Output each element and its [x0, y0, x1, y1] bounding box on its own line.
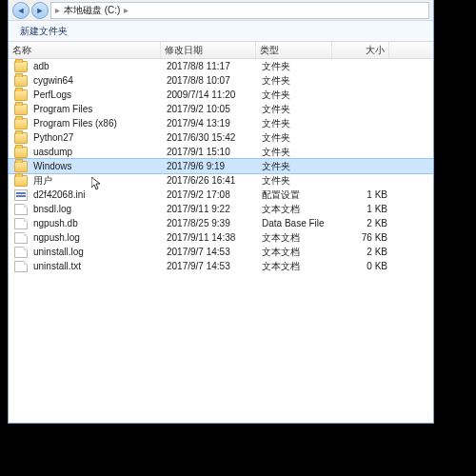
folder-icon: [14, 104, 28, 115]
explorer-window: ◄ ► ▸ 本地磁盘 (C:) ▸ 新建文件夹 名称 修改日期 类型 大小 ad…: [8, 0, 434, 424]
cell-type: 文本文档: [258, 246, 334, 259]
cell-name: uninstall.txt: [30, 261, 163, 271]
folder-icon: [14, 75, 28, 87]
col-type[interactable]: 类型: [256, 42, 332, 58]
file-icon: [14, 261, 28, 272]
new-folder-button[interactable]: 新建文件夹: [14, 23, 73, 40]
col-name[interactable]: 名称: [9, 42, 161, 58]
folder-icon: [14, 61, 28, 72]
table-row[interactable]: bnsdl.log2017/9/11 9:22文本文档1 KB: [9, 202, 433, 216]
table-row[interactable]: Python272017/6/30 15:42文件夹: [9, 130, 433, 145]
address-bar: ◄ ► ▸ 本地磁盘 (C:) ▸: [9, 0, 433, 21]
cell-size: 1 KB: [334, 204, 391, 214]
cell-type: Data Base File: [258, 218, 334, 228]
cell-name: ngpush.log: [30, 232, 163, 243]
table-row[interactable]: Program Files2017/9/2 10:05文件夹: [9, 102, 433, 116]
folder-icon: [14, 89, 28, 101]
cell-name: Program Files (x86): [30, 118, 163, 129]
cell-date: 2017/8/8 11:17: [163, 61, 258, 71]
cell-name: ngpush.db: [30, 218, 163, 228]
cell-date: 2017/9/11 9:22: [163, 204, 258, 214]
cell-date: 2009/7/14 11:20: [163, 89, 258, 100]
cell-type: 文件夹: [258, 103, 334, 116]
cell-date: 2017/9/7 14:53: [163, 247, 258, 257]
breadcrumb[interactable]: ▸ 本地磁盘 (C:) ▸: [50, 2, 429, 19]
cell-size: 2 KB: [334, 247, 391, 257]
cell-type: 文件夹: [258, 174, 334, 188]
folder-icon: [14, 118, 28, 129]
table-row[interactable]: Program Files (x86)2017/9/4 13:19文件夹: [9, 116, 433, 130]
file-list[interactable]: adb2017/8/8 11:17文件夹cygwin642017/8/8 10:…: [9, 59, 433, 423]
cell-name: Python27: [30, 132, 163, 143]
cell-size: 1 KB: [334, 189, 391, 200]
cell-type: 文本文档: [258, 260, 334, 273]
cell-type: 配置设置: [258, 188, 334, 202]
cell-name: adb: [30, 61, 163, 71]
col-size[interactable]: 大小: [332, 42, 389, 58]
cell-name: Program Files: [30, 104, 163, 114]
cell-date: 2017/6/30 15:42: [163, 132, 258, 143]
cell-date: 2017/9/1 15:10: [163, 147, 258, 157]
cell-date: 2017/9/2 10:05: [163, 104, 258, 114]
file-icon: [14, 247, 28, 258]
table-row[interactable]: uninstall.log2017/9/7 14:53文本文档2 KB: [9, 245, 433, 259]
table-row[interactable]: d2f42068.ini2017/9/2 17:08配置设置1 KB: [9, 188, 433, 202]
cell-size: 76 KB: [334, 232, 391, 243]
cell-type: 文件夹: [258, 74, 334, 88]
cell-name: d2f42068.ini: [30, 189, 163, 200]
cell-name: PerfLogs: [30, 89, 163, 100]
folder-icon: [14, 132, 28, 144]
cell-type: 文件夹: [258, 146, 334, 159]
cell-type: 文本文档: [258, 231, 334, 245]
table-row[interactable]: adb2017/8/8 11:17文件夹: [9, 59, 433, 73]
folder-icon: [14, 175, 28, 187]
cell-type: 文件夹: [258, 160, 334, 173]
cell-type: 文件夹: [258, 131, 334, 145]
table-row[interactable]: uasdump2017/9/1 15:10文件夹: [9, 145, 433, 159]
table-row[interactable]: uninstall.txt2017/9/7 14:53文本文档0 KB: [9, 259, 433, 273]
cell-name: 用户: [30, 174, 163, 188]
forward-button[interactable]: ►: [31, 2, 49, 19]
cell-size: 0 KB: [334, 261, 391, 271]
file-icon: [14, 204, 28, 215]
cell-type: 文件夹: [258, 117, 334, 130]
folder-icon: [14, 161, 28, 172]
table-row[interactable]: cygwin642017/8/8 10:07文件夹: [9, 73, 433, 88]
cell-date: 2017/9/4 13:19: [163, 118, 258, 129]
cell-name: uninstall.log: [30, 247, 163, 257]
cell-date: 2017/6/26 16:41: [163, 175, 258, 186]
table-row[interactable]: 用户2017/6/26 16:41文件夹: [9, 173, 433, 188]
file-icon: [14, 189, 28, 201]
cell-date: 2017/9/6 9:19: [163, 161, 258, 171]
cell-date: 2017/9/2 17:08: [163, 189, 258, 200]
file-icon: [14, 232, 28, 244]
cell-name: uasdump: [30, 147, 163, 157]
breadcrumb-sep: ▸: [55, 5, 60, 15]
table-row[interactable]: ngpush.db2017/8/25 9:39Data Base File2 K…: [9, 216, 433, 230]
cell-size: 2 KB: [334, 218, 391, 228]
cell-type: 文本文档: [258, 203, 334, 216]
cell-name: cygwin64: [30, 75, 163, 86]
column-headers: 名称 修改日期 类型 大小: [9, 42, 433, 59]
cell-date: 2017/8/8 10:07: [163, 75, 258, 86]
cell-date: 2017/9/7 14:53: [163, 261, 258, 271]
cell-date: 2017/8/25 9:39: [163, 218, 258, 228]
cell-name: Windows: [30, 161, 163, 171]
file-icon: [14, 218, 28, 229]
folder-icon: [14, 147, 28, 158]
cell-name: bnsdl.log: [30, 204, 163, 214]
table-row[interactable]: ngpush.log2017/9/11 14:38文本文档76 KB: [9, 230, 433, 245]
table-row[interactable]: PerfLogs2009/7/14 11:20文件夹: [9, 88, 433, 102]
cell-type: 文件夹: [258, 89, 334, 102]
cell-date: 2017/9/11 14:38: [163, 232, 258, 243]
breadcrumb-drive: 本地磁盘 (C:): [64, 4, 120, 17]
breadcrumb-sep: ▸: [124, 5, 129, 15]
back-button[interactable]: ◄: [12, 2, 30, 19]
toolbar: 新建文件夹: [9, 21, 433, 42]
col-date[interactable]: 修改日期: [161, 42, 256, 58]
table-row[interactable]: Windows2017/9/6 9:19文件夹: [9, 159, 433, 173]
cell-type: 文件夹: [258, 60, 334, 73]
